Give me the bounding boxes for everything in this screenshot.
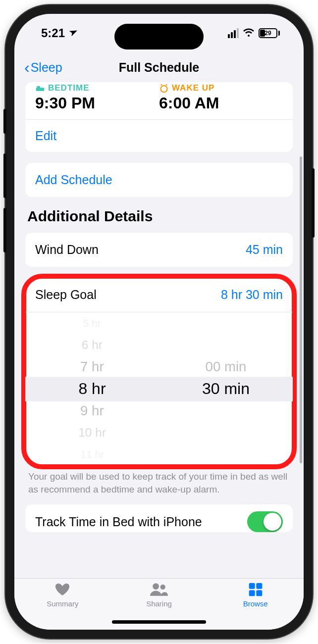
scroll-indicator[interactable] [300,156,302,463]
screen: 5:21 29 ‹ Sleep Full [14,14,304,630]
wind-down-value: 45 min [246,243,283,257]
wind-down-row[interactable]: Wind Down 45 min [25,233,293,267]
nav-title: Full Schedule [119,60,200,75]
wakeup-label: WAKE UP [159,83,283,93]
svg-rect-6 [256,583,262,589]
svg-point-2 [160,86,167,92]
sleep-goal-value: 8 hr 30 min [221,288,283,302]
bedtime-label: BEDTIME [35,83,159,93]
wifi-icon [243,26,255,40]
svg-point-4 [160,585,165,590]
home-indicator[interactable] [112,620,206,624]
track-time-card: Track Time in Bed with iPhone [25,504,293,532]
volume-up-button [3,153,6,198]
svg-rect-8 [256,590,262,596]
picker-selected-min: 30 min [202,378,250,399]
sleep-goal-help: Your goal will be used to keep track of … [25,470,293,504]
status-time: 5:21 [41,26,65,40]
svg-point-3 [153,583,159,590]
back-button[interactable]: ‹ Sleep [24,59,62,75]
svg-rect-5 [249,583,255,589]
sleep-goal-label: Sleep Goal [35,288,97,302]
svg-rect-1 [37,86,40,88]
sleep-goal-card: Sleep Goal 8 hr 30 min 5 hr 6 hr 7 hr 8 … [25,278,293,465]
section-header: Additional Details [27,208,293,225]
location-icon [66,25,79,41]
bedtime-value: 9:30 PM [35,94,159,112]
power-button [312,168,315,238]
heart-icon [53,582,71,597]
sleep-goal-row[interactable]: Sleep Goal 8 hr 30 min [25,278,293,312]
volume-down-button [3,208,6,252]
tab-browse[interactable]: Browse [207,582,304,630]
schedule-card: BEDTIME 9:30 PM WAKE UP 6:00 AM Edit [25,82,293,152]
side-button [3,109,6,134]
add-schedule-button[interactable]: Add Schedule [25,163,293,197]
back-label: Sleep [31,60,62,75]
dynamic-island [114,24,204,50]
content-area: BEDTIME 9:30 PM WAKE UP 6:00 AM Edit Add… [14,82,304,578]
track-time-label: Track Time in Bed with iPhone [35,514,202,529]
svg-rect-7 [249,590,255,596]
sleep-goal-picker[interactable]: 5 hr 6 hr 7 hr 8 hr 9 hr 10 hr 11 hr · ·… [25,312,293,465]
people-icon [150,582,168,597]
wind-down-label: Wind Down [35,243,99,257]
grid-icon [247,582,265,597]
svg-rect-0 [36,88,45,91]
battery-icon: 29 [259,28,280,38]
edit-button[interactable]: Edit [25,119,293,152]
nav-bar: ‹ Sleep Full Schedule [14,52,304,82]
wakeup-value: 6:00 AM [159,94,283,112]
chevron-left-icon: ‹ [24,59,30,75]
tab-summary[interactable]: Summary [14,582,111,630]
track-time-switch[interactable] [247,511,283,532]
phone-frame: 5:21 29 ‹ Sleep Full [5,5,313,639]
picker-selected-hour: 8 hr [78,378,106,399]
cellular-icon [228,28,239,38]
